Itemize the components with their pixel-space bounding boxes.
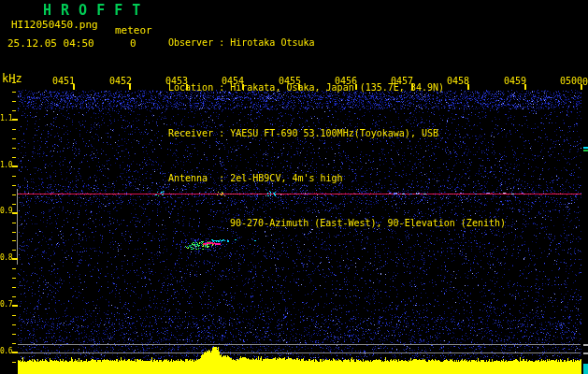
x-tick-label-partial: 0 [582, 77, 588, 87]
info-antenna-2: 90-270-Azimuth (East-West), 90-Elevation… [168, 217, 506, 229]
y-tick-label-1-1: 1.1 [0, 115, 12, 123]
info-antenna: Antenna : 2el-HB9CV, 4m's high [168, 172, 506, 184]
meteor-count: 0 [130, 38, 136, 50]
y-tick-label-1-0: 1.0 [0, 162, 12, 170]
filename: HI12050450.png [11, 20, 98, 31]
app-title: H R O F F T [43, 3, 141, 19]
station-info: Observer : Hirotaka Otsuka Location : Hi… [168, 4, 506, 262]
x-tick-label-0455: 0455 [279, 76, 301, 86]
mode-label: meteor [115, 25, 152, 36]
datetime: 25.12.05 04:50 [7, 38, 94, 50]
y-tick-label-0-6: 0.6 [0, 348, 12, 356]
y-axis-unit: kHz [2, 73, 22, 85]
x-tick-label-0451: 0451 [52, 76, 75, 86]
info-observer: Observer : Hirotaka Otsuka [168, 36, 506, 49]
y-tick-label-0-7: 0.7 [0, 301, 12, 309]
y-tick-label-0-9: 0.9 [0, 208, 12, 216]
x-tick-label-0458: 0458 [447, 76, 469, 86]
x-tick-label-0459: 0459 [504, 76, 526, 86]
hrofft-screen: H R O F F T HI12050450.png meteor 25.12.… [0, 0, 588, 374]
x-tick-label-0456: 0456 [335, 76, 357, 86]
info-receiver: Receiver : YAESU FT-690 53.100MHz(Toyoka… [168, 127, 506, 139]
x-tick-label-0453: 0453 [165, 76, 188, 86]
x-tick-label-0500: 0500 [560, 76, 582, 86]
x-tick-label-0454: 0454 [222, 76, 244, 86]
y-tick-label-0-8: 0.8 [0, 254, 12, 263]
x-tick-label-0457: 0457 [391, 76, 413, 86]
x-tick-label-0452: 0452 [109, 76, 132, 86]
